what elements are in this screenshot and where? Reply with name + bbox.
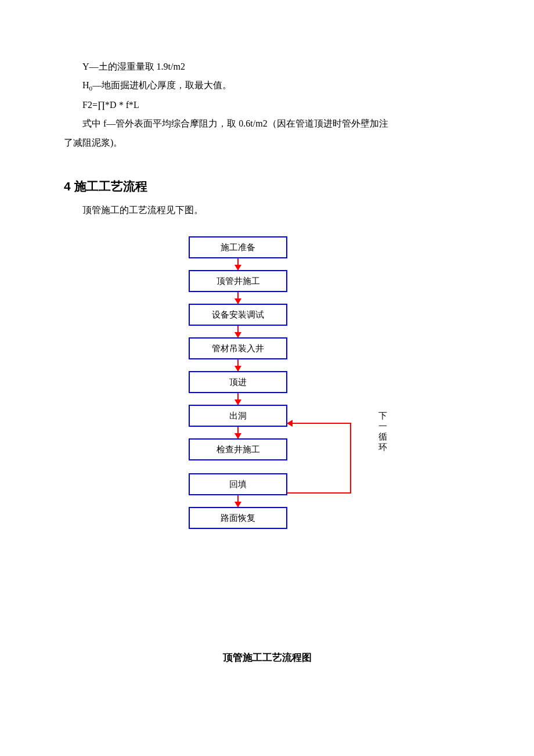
h0-b: —地面掘进机心厚度，取最大值。: [92, 80, 232, 90]
h0-a: H: [82, 80, 89, 90]
loop-line-bottom: [287, 492, 351, 494]
step-road: 路面恢复: [189, 507, 287, 529]
arrow-icon: [237, 495, 239, 507]
arrow-icon: [237, 292, 239, 304]
paragraph-h0: H0—地面掘进机心厚度，取最大值。: [64, 77, 470, 95]
loop-line-top: [287, 423, 351, 424]
step-hoist: 管材吊装入井: [189, 337, 287, 359]
step-well: 顶管井施工: [189, 270, 287, 292]
paragraph-f-desc: 式中 f—管外表面平均综合摩阻力，取 0.6t/m2（因在管道顶进时管外壁加注: [64, 115, 470, 132]
section-4-title: 4 施工工艺流程: [64, 175, 470, 198]
flow-caption: 顶管施工工艺流程图: [64, 649, 470, 667]
arrow-icon: [237, 326, 239, 337]
paragraph-f-desc-2: 了减阻泥浆)。: [64, 134, 470, 152]
step-backfill: 回填: [189, 473, 287, 495]
paragraph-f2: F2=∏*D＊f*L: [64, 96, 470, 114]
arrow-icon: [237, 359, 239, 371]
flow-column: 施工准备 顶管井施工 设备安装调试 管材吊装入井 顶进 出洞 检查井施工 回填 …: [180, 236, 296, 529]
arrow-icon: [237, 427, 239, 438]
step-jacking: 顶进: [189, 371, 287, 393]
section-num: 4: [64, 179, 71, 193]
arrow-icon: [237, 393, 239, 405]
step-install: 设备安装调试: [189, 304, 287, 326]
section-4-intro: 顶管施工的工艺流程见下图。: [64, 201, 470, 219]
loop-line-vertical: [350, 423, 351, 492]
paragraph-y: Y—土的湿重量取 1.9t/m2: [64, 58, 470, 75]
step-inspect: 检查井施工: [189, 438, 287, 460]
loop-label: 下一循环: [377, 411, 388, 452]
section-name: 施工工艺流程: [74, 179, 147, 193]
step-exit: 出洞: [189, 405, 287, 427]
arrow-icon: [237, 258, 239, 270]
step-prep: 施工准备: [189, 236, 287, 258]
flowchart: 施工准备 顶管井施工 设备安装调试 管材吊装入井 顶进 出洞 检查井施工 回填 …: [64, 236, 470, 631]
